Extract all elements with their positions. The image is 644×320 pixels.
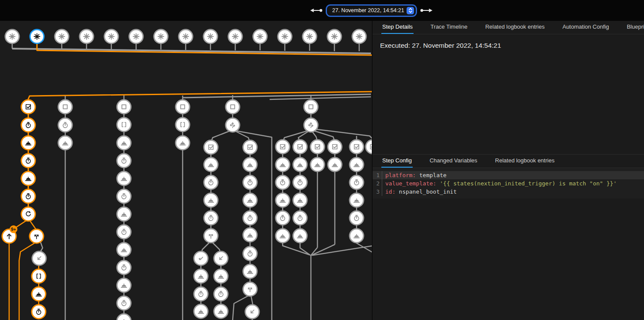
graph-node-timer[interactable] (276, 211, 290, 225)
graph-node-checkbox-blank[interactable] (226, 100, 240, 114)
previous-run-arrow-icon[interactable] (310, 7, 323, 13)
graph-node-checkbox-checked[interactable] (350, 140, 364, 154)
graph-node-checkbox-checked[interactable] (366, 140, 372, 154)
graph-node-trigger-asterisk[interactable] (228, 30, 242, 43)
graph-node-checkbox-checked[interactable] (310, 140, 324, 154)
tab-related-logbook-entries[interactable]: Related logbook entries (494, 155, 556, 168)
graph-node-checkbox-checked[interactable] (293, 140, 307, 154)
tab-automation-config[interactable]: Automation Config (561, 21, 610, 34)
graph-node-service-call[interactable] (194, 269, 208, 283)
graph-node-service-call[interactable] (310, 158, 324, 172)
graph-node-service-call[interactable] (58, 136, 72, 150)
graph-node-service-call[interactable] (214, 269, 228, 283)
graph-node-service-call[interactable] (194, 304, 208, 318)
tab-step-config[interactable]: Step Config (381, 155, 413, 168)
graph-node-service-call[interactable] (276, 158, 290, 172)
graph-node-brackets[interactable] (176, 118, 190, 132)
next-run-arrow-icon[interactable] (420, 7, 433, 13)
graph-node-choose-fork[interactable] (226, 118, 240, 132)
graph-node-checkbox-checked[interactable] (276, 140, 290, 154)
graph-node-branch-split[interactable] (30, 229, 43, 243)
graph-node-trigger-asterisk[interactable] (55, 30, 69, 43)
graph-node-service-call[interactable] (176, 136, 190, 150)
graph-node-service-call[interactable] (117, 172, 131, 185)
graph-node-service-call[interactable] (243, 158, 257, 172)
graph-node-service-call[interactable] (204, 158, 218, 172)
graph-node-timer[interactable] (204, 175, 218, 189)
graph-node-timer[interactable] (117, 225, 131, 239)
graph-node-service-call[interactable] (214, 304, 228, 318)
graph-node-checkbox-blank[interactable] (58, 100, 72, 114)
graph-node-trigger-asterisk[interactable] (154, 30, 168, 43)
graph-node-timer[interactable] (58, 118, 72, 132)
graph-node-checkbox-checked[interactable] (21, 100, 35, 114)
graph-node-timer[interactable] (204, 211, 218, 225)
graph-node-checkbox-blank[interactable] (304, 100, 318, 114)
graph-node-timer[interactable] (243, 247, 257, 261)
graph-node-service-call[interactable] (276, 229, 290, 243)
graph-node-service-call[interactable] (204, 193, 218, 207)
graph-node-trigger-asterisk[interactable] (278, 30, 292, 43)
tab-blueprint-config[interactable]: Blueprint Config (626, 21, 644, 34)
tab-trace-timeline[interactable]: Trace Timeline (430, 21, 468, 34)
graph-node-trigger-asterisk[interactable] (104, 30, 118, 43)
tab-changed-variables[interactable]: Changed Variables (429, 155, 478, 168)
graph-node-trigger-asterisk[interactable] (352, 30, 366, 43)
graph-node-timer[interactable] (293, 175, 307, 189)
graph-node-service-call[interactable] (117, 243, 131, 257)
graph-node-timer[interactable] (214, 287, 228, 301)
graph-node-service-call[interactable] (117, 207, 131, 221)
graph-node-timer[interactable] (276, 175, 290, 189)
graph-node-trigger-asterisk[interactable] (204, 30, 217, 43)
graph-node-timer[interactable] (243, 211, 257, 225)
graph-node-timer[interactable] (194, 287, 208, 301)
graph-node-service-call[interactable] (21, 172, 35, 185)
graph-node-trigger-asterisk[interactable] (253, 30, 267, 43)
graph-node-branch-split[interactable] (204, 229, 218, 243)
graph-node-trigger-asterisk[interactable] (5, 30, 19, 43)
graph-node-checkbox-checked[interactable] (328, 140, 342, 154)
graph-node-repeat[interactable] (21, 207, 35, 221)
graph-node-service-call[interactable] (293, 229, 307, 243)
graph-node-service-call[interactable] (117, 278, 131, 292)
graph-node-checkbox-checked[interactable] (204, 140, 218, 154)
graph-node-checkbox-blank[interactable] (117, 100, 131, 114)
tab-step-details[interactable]: Step Details (381, 21, 414, 34)
graph-node-service-call[interactable] (350, 229, 364, 243)
graph-node-branch-split[interactable] (243, 282, 257, 296)
graph-node-timer[interactable] (117, 261, 131, 274)
graph-node-service-call[interactable] (243, 264, 257, 278)
graph-node-arrow-down-left[interactable] (32, 251, 46, 265)
graph-node-checkbox-checked[interactable] (243, 140, 257, 154)
graph-node-service-call[interactable] (21, 136, 35, 150)
graph-node-trigger-asterisk[interactable] (80, 30, 93, 43)
graph-node-service-call[interactable] (117, 314, 131, 320)
graph-node-timer[interactable] (243, 175, 257, 189)
graph-node-service-call[interactable] (243, 193, 257, 207)
graph-node-trigger-asterisk[interactable] (129, 30, 143, 43)
tab-related-logbook-entries[interactable]: Related logbook entries (484, 21, 546, 34)
graph-node-timer[interactable] (350, 175, 364, 189)
trace-timestamp-select[interactable]: 27. November 2022, 14:54:21 (327, 6, 415, 15)
graph-node-service-call[interactable] (350, 193, 364, 207)
graph-node-arrow-down-left[interactable] (214, 251, 228, 265)
graph-node-service-call[interactable] (276, 193, 290, 207)
graph-node-timer[interactable] (21, 118, 35, 132)
graph-node-service-call[interactable] (293, 193, 307, 207)
graph-node-choose-fork[interactable] (304, 118, 318, 132)
graph-node-checkbox-blank[interactable] (176, 100, 190, 114)
graph-node-timer[interactable] (293, 211, 307, 225)
graph-node-trigger-asterisk[interactable] (30, 30, 44, 43)
graph-node-trigger-asterisk[interactable] (327, 30, 341, 43)
graph-node-service-call[interactable] (117, 136, 131, 150)
graph-node-timer[interactable] (21, 189, 35, 203)
graph-node-brackets[interactable] (117, 118, 131, 132)
graph-node-check-arrow[interactable] (194, 251, 208, 265)
graph-node-trigger-asterisk[interactable] (179, 30, 193, 43)
graph-node-brackets[interactable] (32, 269, 46, 283)
yaml-config-editor[interactable]: 1platform: template2value_template: '{{ … (373, 168, 644, 198)
graph-node-arrow-down-left[interactable] (245, 305, 259, 319)
graph-node-timer[interactable] (117, 154, 131, 168)
graph-node-timer[interactable] (117, 296, 131, 310)
graph-node-service-call[interactable] (243, 228, 257, 242)
